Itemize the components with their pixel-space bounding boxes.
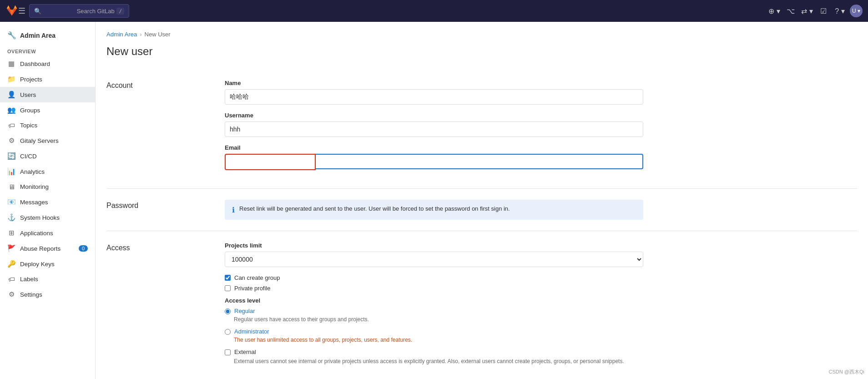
- sidebar-item-labels[interactable]: 🏷 Labels: [0, 272, 95, 287]
- sidebar-item-label: Groups: [20, 107, 40, 114]
- search-shortcut: /: [116, 8, 124, 15]
- search-placeholder: Search GitLab: [77, 8, 117, 15]
- password-info-text: Reset link will be generated and sent to…: [239, 205, 510, 212]
- sidebar-item-label: Messages: [20, 199, 48, 206]
- account-section-title: Account: [106, 80, 225, 177]
- hamburger-menu[interactable]: ☰: [18, 6, 25, 16]
- sidebar-item-label: Monitoring: [20, 183, 49, 190]
- sidebar-item-label: Gitaly Servers: [20, 137, 59, 144]
- external-checkbox[interactable]: [225, 349, 231, 355]
- nav-help-icon[interactable]: ? ▾: [833, 5, 846, 17]
- private-profile-label[interactable]: Private profile: [234, 285, 270, 292]
- sidebar-item-messages[interactable]: 📧 Messages: [0, 194, 95, 210]
- password-section: Password ℹ Reset link will be generated …: [106, 189, 857, 231]
- username-label: Username: [225, 112, 643, 119]
- projects-limit-select[interactable]: 100000: [225, 252, 643, 267]
- administrator-radio-row[interactable]: Administrator: [225, 328, 643, 335]
- regular-radio-row[interactable]: Regular: [225, 308, 643, 314]
- cicd-icon: 🔄: [7, 152, 15, 160]
- can-create-group-label[interactable]: Can create group: [234, 274, 280, 281]
- email-group: Email: [225, 144, 643, 170]
- sidebar: 🔧 Admin Area Overview ▦ Dashboard 📁 Proj…: [0, 22, 96, 379]
- applications-icon: ⊞: [7, 229, 15, 237]
- sidebar-item-label: Topics: [20, 122, 37, 129]
- sidebar-item-analytics[interactable]: 📊 Analytics: [0, 164, 95, 179]
- can-create-group-group[interactable]: Can create group: [225, 274, 643, 281]
- sidebar-item-groups[interactable]: 👥 Groups: [0, 102, 95, 118]
- nav-todos-icon[interactable]: ☑: [817, 5, 830, 17]
- sidebar-item-applications[interactable]: ⊞ Applications: [0, 225, 95, 241]
- access-section: Access Projects limit 100000 Can create …: [106, 231, 857, 379]
- projects-limit-label: Projects limit: [225, 242, 643, 249]
- sidebar-header: 🔧 Admin Area: [0, 27, 95, 45]
- gitlab-logo[interactable]: [5, 4, 18, 18]
- name-input[interactable]: [225, 89, 643, 105]
- dashboard-icon: ▦: [7, 60, 15, 68]
- sidebar-item-dashboard[interactable]: ▦ Dashboard: [0, 56, 95, 71]
- external-desc: External users cannot see internal or pr…: [234, 357, 643, 365]
- administrator-desc: The user has unlimited access to all gro…: [234, 337, 643, 343]
- search-icon: 🔍: [34, 8, 74, 15]
- external-label[interactable]: External: [234, 349, 256, 355]
- breadcrumb-parent[interactable]: Admin Area: [106, 31, 137, 38]
- account-fields: Name Username Email: [225, 80, 643, 177]
- sidebar-item-abuse[interactable]: 🚩 Abuse Reports 0: [0, 241, 95, 256]
- name-group: Name: [225, 80, 643, 105]
- sidebar-item-label: Abuse Reports: [20, 245, 61, 252]
- page-title: New user: [106, 45, 857, 58]
- info-icon: ℹ: [232, 206, 235, 214]
- admin-icon: 🔧: [7, 31, 16, 40]
- settings-icon: ⚙: [7, 290, 15, 298]
- sidebar-item-label: CI/CD: [20, 153, 37, 160]
- main-content: Admin Area › New User New user Account N…: [96, 22, 868, 379]
- abuse-icon: 🚩: [7, 244, 15, 253]
- email-input-rest[interactable]: [316, 154, 643, 169]
- navbar-right: ⊕ ▾ ⌥ ⇄ ▾ ☑ ? ▾ U ▾: [768, 5, 863, 17]
- sidebar-item-users[interactable]: 👤 Users: [0, 87, 95, 102]
- labels-icon: 🏷: [7, 275, 15, 283]
- sidebar-item-label: Labels: [20, 276, 38, 283]
- messages-icon: 📧: [7, 198, 15, 206]
- nav-commits-icon[interactable]: ⌥: [784, 5, 797, 17]
- sidebar-item-gitaly[interactable]: ⚙ Gitaly Servers: [0, 133, 95, 148]
- deploy-keys-icon: 🔑: [7, 260, 15, 268]
- hooks-icon: ⚓: [7, 213, 15, 222]
- sidebar-item-label: Users: [20, 91, 36, 98]
- username-input[interactable]: [225, 121, 643, 137]
- password-info-box: ℹ Reset link will be generated and sent …: [225, 200, 643, 220]
- breadcrumb: Admin Area › New User: [106, 31, 857, 38]
- top-navbar: ☰ 🔍 Search GitLab / ⊕ ▾ ⌥ ⇄ ▾ ☑ ? ▾ U ▾: [0, 0, 868, 22]
- email-input[interactable]: [226, 155, 314, 169]
- sidebar-item-topics[interactable]: 🏷 Topics: [0, 118, 95, 133]
- sidebar-item-hooks[interactable]: ⚓ System Hooks: [0, 210, 95, 225]
- user-avatar[interactable]: U ▾: [850, 5, 863, 17]
- sidebar-item-label: Analytics: [20, 168, 45, 175]
- administrator-radio[interactable]: [225, 329, 231, 335]
- username-group: Username: [225, 112, 643, 137]
- password-section-title: Password: [106, 200, 225, 220]
- breadcrumb-current: New User: [145, 31, 171, 38]
- regular-radio[interactable]: [225, 308, 231, 314]
- gitaly-icon: ⚙: [7, 136, 15, 145]
- administrator-label[interactable]: Administrator: [234, 328, 269, 335]
- search-box[interactable]: 🔍 Search GitLab /: [29, 4, 129, 18]
- sidebar-item-label: Settings: [20, 291, 42, 298]
- private-profile-group[interactable]: Private profile: [225, 285, 643, 292]
- sidebar-section-overview: Overview: [0, 45, 95, 56]
- regular-label[interactable]: Regular: [234, 308, 255, 314]
- abuse-badge: 0: [79, 245, 88, 252]
- sidebar-item-monitoring[interactable]: 🖥 Monitoring: [0, 179, 95, 194]
- nav-merge-icon[interactable]: ⇄ ▾: [801, 5, 813, 17]
- sidebar-item-label: Applications: [20, 230, 53, 237]
- sidebar-item-label: Deploy Keys: [20, 261, 55, 268]
- analytics-icon: 📊: [7, 167, 15, 176]
- can-create-group-checkbox[interactable]: [225, 275, 231, 281]
- sidebar-item-deploy-keys[interactable]: 🔑 Deploy Keys: [0, 256, 95, 272]
- sidebar-item-settings[interactable]: ⚙ Settings: [0, 287, 95, 302]
- sidebar-item-cicd[interactable]: 🔄 CI/CD: [0, 148, 95, 164]
- private-profile-checkbox[interactable]: [225, 285, 231, 291]
- external-checkbox-group: External External users cannot see inter…: [225, 349, 643, 365]
- sidebar-item-projects[interactable]: 📁 Projects: [0, 71, 95, 87]
- nav-create-icon[interactable]: ⊕ ▾: [768, 5, 781, 17]
- external-checkbox-row[interactable]: External: [225, 349, 643, 355]
